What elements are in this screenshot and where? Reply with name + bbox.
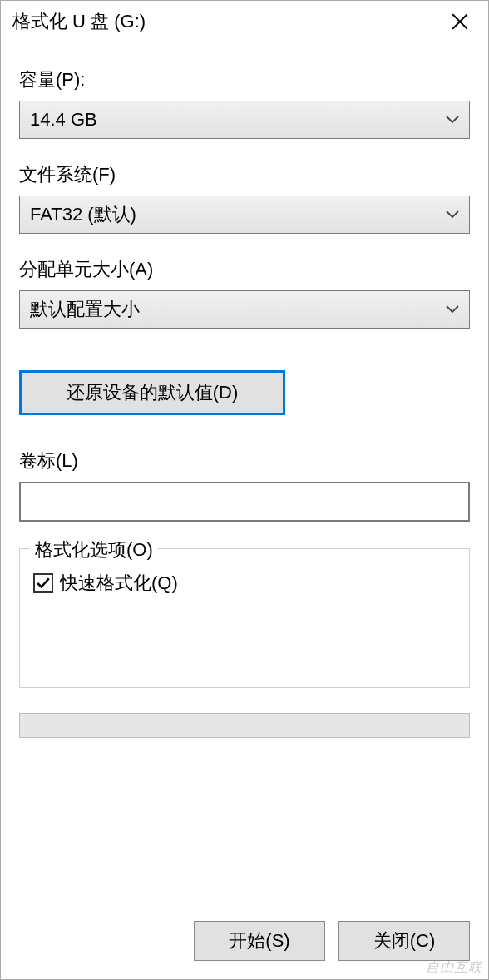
filesystem-label: 文件系统(F) — [19, 162, 470, 187]
restore-defaults-button[interactable]: 还原设备的默认值(D) — [19, 370, 285, 415]
chevron-down-icon — [446, 116, 459, 124]
allocation-label: 分配单元大小(A) — [19, 257, 470, 282]
close-icon[interactable] — [442, 3, 478, 40]
chevron-down-icon — [446, 305, 459, 314]
filesystem-value: FAT32 (默认) — [30, 202, 136, 227]
quick-format-label: 快速格式化(Q) — [60, 571, 178, 596]
capacity-dropdown[interactable]: 14.4 GB — [19, 101, 470, 139]
start-button-label: 开始(S) — [229, 928, 289, 953]
window-title: 格式化 U 盘 (G:) — [12, 9, 146, 34]
quick-format-checkbox[interactable] — [33, 573, 53, 593]
action-buttons: 开始(S) 关闭(C) — [19, 921, 470, 961]
close-button[interactable]: 关闭(C) — [338, 921, 470, 961]
chevron-down-icon — [446, 210, 459, 219]
capacity-label: 容量(P): — [19, 67, 470, 92]
format-options-group: 格式化选项(O) 快速格式化(Q) — [19, 548, 470, 688]
start-button[interactable]: 开始(S) — [194, 921, 325, 961]
volume-label: 卷标(L) — [19, 448, 470, 473]
quick-format-row: 快速格式化(Q) — [33, 571, 456, 596]
dialog-content: 容量(P): 14.4 GB 文件系统(F) FAT32 (默认) 分配单元大小… — [1, 42, 488, 979]
progress-bar — [19, 713, 470, 738]
filesystem-dropdown[interactable]: FAT32 (默认) — [19, 196, 470, 234]
format-options-legend: 格式化选项(O) — [30, 537, 158, 562]
volume-input[interactable] — [19, 482, 470, 522]
titlebar: 格式化 U 盘 (G:) — [1, 1, 488, 42]
allocation-dropdown[interactable]: 默认配置大小 — [19, 290, 470, 329]
close-button-label: 关闭(C) — [373, 928, 436, 953]
restore-defaults-label: 还原设备的默认值(D) — [67, 380, 239, 405]
allocation-value: 默认配置大小 — [30, 297, 140, 322]
format-dialog: 格式化 U 盘 (G:) 容量(P): 14.4 GB 文件系统(F) FAT3… — [0, 0, 489, 980]
capacity-value: 14.4 GB — [30, 109, 97, 131]
